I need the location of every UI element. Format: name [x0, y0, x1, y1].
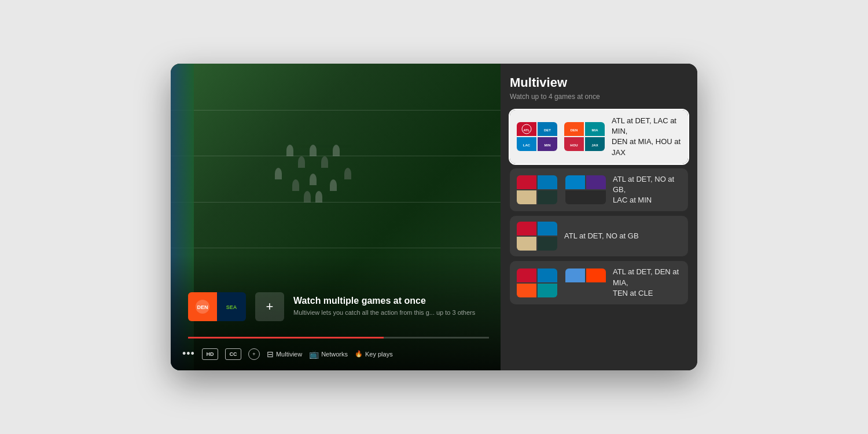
- lac-color: LAC: [517, 137, 536, 151]
- svg-text:SEA: SEA: [226, 304, 237, 310]
- cle-color: [586, 269, 606, 282]
- watch-multiple-info: Watch multiple games at once Multiview l…: [293, 296, 489, 317]
- controls-bar: ••• HD CC + ⊟ Multiview 📺 Networks 🔥 Key…: [182, 348, 495, 360]
- game-1-description: ATL at DET, LAC at MIN,DEN at MIA, HOU a…: [612, 116, 681, 158]
- ten-color: [565, 269, 585, 282]
- min-color-2: [586, 175, 606, 189]
- video-progress-bar[interactable]: [188, 337, 489, 339]
- key-plays-flame-icon: 🔥: [355, 350, 363, 358]
- game-option-1[interactable]: ATL DET LAC MIN DEN MIA: [510, 110, 688, 164]
- game-option-2[interactable]: ATL at DET, NO at GB,LAC at MIN: [510, 168, 688, 212]
- add-games-button[interactable]: +: [255, 292, 284, 321]
- game-option-4[interactable]: ATL at DET, DEN at MIA,TEN at CLE: [510, 261, 688, 304]
- networks-tv-icon: 📺: [309, 350, 319, 359]
- multiview-panel-subtitle: Watch up to 4 games at once: [510, 93, 688, 101]
- game-1-team-grid-2: DEN MIA HOU JAX: [564, 122, 605, 151]
- multiview-control-button[interactable]: ⊟ Multiview: [267, 350, 302, 359]
- add-circle-icon: +: [248, 348, 260, 360]
- no-color-3: [517, 237, 536, 251]
- game-2-description: ATL at DET, NO at GB,LAC at MIN: [613, 174, 681, 206]
- progress-fill: [188, 337, 384, 339]
- gb-color-3: [538, 237, 557, 251]
- game-2-team-grid: [517, 175, 557, 204]
- atl-color-3: [517, 222, 536, 236]
- add-button[interactable]: +: [248, 348, 260, 360]
- mia-color-4: [538, 284, 557, 297]
- video-area: DEN SEA + Watch multiple games at once M…: [171, 64, 506, 370]
- device-frame: DEN SEA + Watch multiple games at once M…: [171, 64, 697, 370]
- game-1-team-grid: ATL DET LAC MIN: [517, 122, 557, 151]
- gb-color: [538, 190, 557, 204]
- svg-text:DEN: DEN: [197, 304, 208, 310]
- watch-multiple-title: Watch multiple games at once: [293, 296, 489, 306]
- empty-cell: [565, 190, 606, 204]
- more-options-button[interactable]: •••: [182, 348, 195, 360]
- atl-color: ATL: [517, 122, 536, 136]
- svg-text:ATL: ATL: [523, 128, 530, 132]
- jax-color: JAX: [585, 137, 605, 151]
- game-2-team-grid-2: [565, 175, 606, 204]
- multiview-control-label: Multiview: [276, 351, 302, 358]
- multiview-panel-title: Multiview: [510, 75, 688, 90]
- det-color-3: [538, 222, 557, 236]
- den-color: DEN: [564, 122, 584, 136]
- mia-color: MIA: [585, 122, 605, 136]
- min-color: MIN: [538, 137, 557, 151]
- svg-text:MIA: MIA: [592, 128, 599, 132]
- watch-multiple-description: Multiview lets you catch all the action …: [293, 308, 489, 317]
- svg-text:DET: DET: [544, 128, 551, 132]
- det-color: DET: [538, 122, 557, 136]
- multiview-tv-icon: ⊟: [267, 350, 274, 359]
- game-4-description: ATL at DET, DEN at MIA,TEN at CLE: [613, 267, 681, 299]
- cc-button[interactable]: CC: [225, 348, 241, 360]
- bottom-info: DEN SEA + Watch multiple games at once M…: [188, 292, 489, 321]
- hd-icon: HD: [202, 348, 218, 360]
- det-color-2: [538, 175, 557, 189]
- game-4-team-grid: [517, 269, 557, 297]
- multiview-panel: Multiview Watch up to 4 games at once AT…: [501, 64, 697, 370]
- away-team-logo: SEA: [217, 292, 246, 321]
- no-color: [517, 190, 536, 204]
- game-3-team-grid: [517, 222, 557, 251]
- atl-color-2: [517, 175, 536, 189]
- hou-color: HOU: [564, 137, 584, 151]
- cc-icon: CC: [225, 348, 241, 360]
- atl-color-4: [517, 269, 536, 282]
- den-color-4: [517, 284, 536, 297]
- svg-text:JAX: JAX: [591, 144, 598, 147]
- key-plays-label: Key plays: [365, 351, 393, 358]
- svg-text:LAC: LAC: [523, 144, 531, 147]
- svg-text:DEN: DEN: [571, 128, 578, 132]
- key-plays-button[interactable]: 🔥 Key plays: [355, 350, 393, 358]
- game-3-description: ATL at DET, NO at GB: [564, 231, 639, 241]
- home-team-logo: DEN: [188, 292, 217, 321]
- game-4-team-grid-2: [565, 269, 606, 297]
- empty-cell-2: [565, 284, 606, 297]
- networks-label: Networks: [321, 351, 348, 358]
- current-game-teams: DEN SEA: [188, 292, 246, 321]
- networks-button[interactable]: 📺 Networks: [309, 350, 348, 359]
- lac-color-2: [565, 175, 585, 189]
- det-color-4: [538, 269, 557, 282]
- svg-text:MIN: MIN: [545, 144, 551, 147]
- game-option-3[interactable]: ATL at DET, NO at GB: [510, 216, 688, 256]
- hd-button[interactable]: HD: [202, 348, 218, 360]
- svg-text:HOU: HOU: [570, 144, 578, 147]
